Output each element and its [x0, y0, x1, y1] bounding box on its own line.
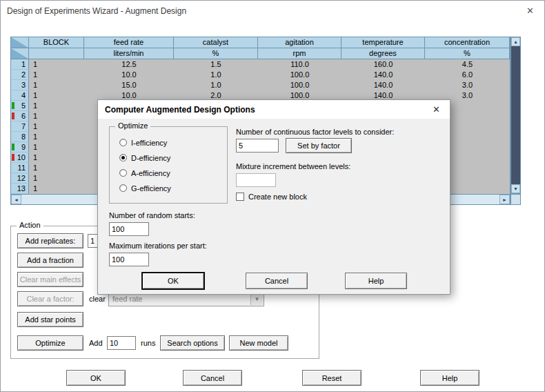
data-cell[interactable]: 1 — [29, 80, 84, 90]
add-star-points-button[interactable]: Add star points — [17, 312, 83, 327]
table-corner-cell — [11, 37, 29, 48]
column-header[interactable]: feed rate — [84, 37, 174, 48]
scroll-down-icon[interactable]: ▼ — [511, 184, 520, 193]
add-replicates-button[interactable]: Add replicates: — [17, 233, 83, 248]
row-header[interactable]: 1 — [11, 59, 29, 70]
window-close-icon[interactable]: ✕ — [526, 6, 534, 16]
new-model-button[interactable]: New model — [229, 335, 288, 351]
optimize-group-label: Optimize — [115, 121, 150, 130]
data-cell[interactable]: 3.0 — [425, 80, 510, 90]
row-header[interactable]: 12 — [11, 173, 29, 184]
data-cell[interactable]: 4.5 — [425, 59, 510, 70]
row-status-mark — [12, 102, 14, 109]
help-button[interactable]: Help — [420, 370, 479, 386]
data-cell[interactable]: 15.0 — [84, 80, 174, 90]
row-header[interactable]: 2 — [11, 70, 29, 80]
row-header[interactable]: 6 — [11, 111, 29, 121]
random-starts-input[interactable] — [109, 222, 149, 236]
data-cell[interactable]: 1 — [29, 132, 84, 142]
radio-a-efficiency[interactable]: A-efficiency — [119, 168, 170, 177]
row-header[interactable]: 7 — [11, 121, 29, 132]
data-cell[interactable]: 1 — [29, 101, 84, 111]
runs-input[interactable] — [107, 336, 136, 350]
radio-d-efficiency[interactable]: D-efficiency — [119, 153, 170, 162]
row-header[interactable]: 11 — [11, 163, 29, 173]
data-cell[interactable]: 100.0 — [258, 70, 341, 80]
data-cell[interactable]: 140.0 — [341, 70, 425, 80]
data-cell[interactable]: 1.0 — [174, 70, 258, 80]
column-header[interactable]: catalyst — [174, 37, 258, 48]
reset-button[interactable]: Reset — [302, 370, 361, 386]
data-cell[interactable]: 1 — [29, 153, 84, 163]
dialog-help-button[interactable]: Help — [345, 273, 407, 289]
cancel-button[interactable]: Cancel — [183, 370, 242, 386]
row-status-mark — [12, 154, 14, 161]
data-cell[interactable]: 1 — [29, 142, 84, 153]
set-by-factor-button[interactable]: Set by factor — [286, 138, 352, 153]
radio-icon[interactable] — [119, 169, 127, 177]
levels-input[interactable] — [236, 139, 279, 153]
clear-main-effects-button[interactable]: Clear main effects — [17, 272, 83, 287]
data-cell[interactable]: 6.0 — [425, 70, 510, 80]
column-header[interactable]: concentration — [425, 37, 510, 48]
max-iterations-label: Maximum iterations per start: — [109, 242, 207, 250]
dialog-title: Computer Augmented Design Options — [105, 105, 255, 115]
radio-icon[interactable] — [119, 184, 127, 192]
data-cell[interactable]: 1 — [29, 70, 84, 80]
runs-label: runs — [141, 339, 155, 347]
radio-g-efficiency[interactable]: G-efficiency — [119, 184, 171, 193]
row-header[interactable]: 4 — [11, 90, 29, 101]
data-cell[interactable]: 1 — [29, 173, 84, 184]
data-cell[interactable]: 140.0 — [341, 80, 425, 90]
row-header[interactable]: 3 — [11, 80, 29, 90]
column-header[interactable]: BLOCK — [29, 37, 84, 48]
optimize-button[interactable]: Optimize — [17, 335, 83, 351]
column-header[interactable]: agitation — [258, 37, 341, 48]
data-cell[interactable]: 1.0 — [174, 80, 258, 90]
add-fraction-button[interactable]: Add a fraction — [17, 253, 83, 268]
data-cell[interactable]: 1 — [29, 59, 84, 70]
data-cell[interactable]: 1.5 — [174, 59, 258, 70]
radio-icon[interactable] — [119, 139, 127, 146]
scroll-up-icon[interactable]: ▲ — [511, 37, 520, 46]
radio-i-efficiency[interactable]: I-efficiency — [119, 138, 167, 147]
data-cell[interactable]: 1 — [29, 184, 84, 194]
window-titlebar: Design of Experiments Wizard - Augment D… — [1, 1, 544, 21]
search-options-button[interactable]: Search options — [160, 335, 225, 351]
column-unit-header: % — [174, 48, 258, 59]
data-cell[interactable]: 110.0 — [258, 59, 341, 70]
row-status-mark — [12, 144, 14, 150]
row-header[interactable]: 8 — [11, 132, 29, 142]
data-cell[interactable]: 1 — [29, 121, 84, 132]
max-iterations-input[interactable] — [109, 253, 149, 266]
checkbox-icon[interactable] — [236, 193, 244, 201]
column-unit-header: % — [425, 48, 510, 59]
ok-button[interactable]: OK — [66, 370, 126, 386]
row-header[interactable]: 13 — [11, 184, 29, 194]
row-header[interactable]: 10 — [11, 153, 29, 163]
column-header[interactable]: temperature — [341, 37, 425, 48]
row-header[interactable]: 9 — [11, 142, 29, 153]
data-cell[interactable]: 10.0 — [84, 70, 174, 80]
data-cell[interactable]: 100.0 — [258, 80, 341, 90]
add-label: Add — [89, 339, 103, 347]
row-header[interactable]: 5 — [11, 101, 29, 111]
radio-icon[interactable] — [119, 154, 127, 161]
clear-factor-button[interactable]: Clear a factor: — [17, 291, 83, 306]
data-cell[interactable]: 1 — [29, 111, 84, 121]
radio-label: A-efficiency — [131, 169, 170, 177]
mixture-input[interactable] — [236, 173, 276, 187]
dialog-close-icon[interactable]: ✕ — [433, 104, 440, 115]
dialog-cancel-button[interactable]: Cancel — [246, 273, 308, 289]
create-new-block-row[interactable]: Create new block — [236, 193, 307, 201]
column-unit-header: rpm — [258, 48, 341, 59]
scroll-right-icon[interactable]: ► — [499, 195, 510, 204]
table-vertical-scrollbar[interactable]: ▲ ▼ — [511, 37, 521, 194]
action-group-label: Action — [17, 221, 43, 229]
data-cell[interactable]: 1 — [29, 163, 84, 173]
data-cell[interactable]: 12.5 — [84, 59, 174, 70]
data-cell[interactable]: 160.0 — [341, 59, 425, 70]
scroll-left-icon[interactable]: ◄ — [11, 195, 21, 204]
data-cell[interactable]: 1 — [29, 90, 84, 101]
dialog-ok-button[interactable]: OK — [142, 273, 204, 289]
